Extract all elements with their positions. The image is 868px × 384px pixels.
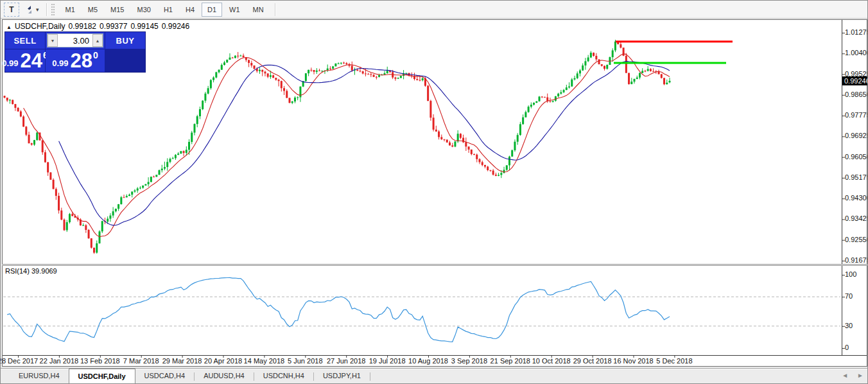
- text-tool-icon: T: [9, 5, 13, 14]
- timeframe-button-d1[interactable]: D1: [202, 3, 222, 17]
- collapse-panel-icon[interactable]: ▲: [6, 24, 12, 30]
- rsi-name: RSI(14): [5, 267, 30, 275]
- arrows-tool-icon: [25, 5, 34, 14]
- chart-title: ▲USDCHF,Daily0.991820.993770.991450.9924…: [6, 22, 189, 31]
- ohlc-open: 0.99182: [69, 22, 96, 31]
- timeframe-button-mn[interactable]: MN: [247, 3, 270, 17]
- toolbar-separator: [275, 3, 275, 16]
- timeframe-button-m5[interactable]: M5: [82, 3, 103, 17]
- chart-tab-audusd[interactable]: AUDUSD,H4: [195, 369, 254, 384]
- one-click-trading-panel: SELL ▼ 3.00 ▲ BUY 0.99 24 6 0.99 28 0: [4, 31, 146, 73]
- sell-price-prefix: 0.99: [2, 58, 18, 68]
- timeframe-button-m1[interactable]: M1: [60, 3, 81, 17]
- volume-input[interactable]: 3.00: [58, 36, 92, 46]
- volume-box: ▼ 3.00 ▲: [47, 33, 103, 48]
- timeframe-button-group: M1M5M15M30H1H4D1W1MN: [60, 3, 270, 17]
- timeframe-button-h1[interactable]: H1: [158, 3, 178, 17]
- tab-scroll-left-icon[interactable]: ◄: [842, 372, 848, 379]
- buy-price-prefix: 0.99: [52, 58, 68, 68]
- sell-price-big-digits: 24: [21, 51, 42, 71]
- arrow-objects-button[interactable]: ▾: [23, 3, 41, 17]
- chart-tab-usdcnh[interactable]: USDCNH,H4: [254, 369, 313, 384]
- text-label-tool-button[interactable]: T: [4, 3, 19, 17]
- volume-control: ▼ 3.00 ▲: [46, 32, 105, 49]
- toolbar-grip[interactable]: [51, 4, 55, 15]
- rsi-indicator-label: RSI(14) 39.9069: [5, 267, 57, 275]
- tab-scroll-controls: ◄ ►: [842, 372, 864, 379]
- sell-button[interactable]: SELL: [5, 32, 45, 49]
- mt4-application-window: T ▾ M1M5M15M30H1H4D1W1MN 1.012751.004000…: [0, 0, 868, 384]
- symbol-period-label: USDCHF,Daily: [15, 22, 65, 31]
- pane-divider[interactable]: [2, 264, 867, 266]
- ohlc-close: 0.99246: [162, 22, 189, 31]
- timeframe-button-h4[interactable]: H4: [180, 3, 200, 17]
- rsi-value: 39.9069: [31, 267, 57, 275]
- buy-button[interactable]: BUY: [105, 32, 145, 49]
- chart-tab-usdchf[interactable]: USDCHF,Daily: [69, 369, 135, 384]
- buy-price-pip-digit: 0: [93, 50, 98, 60]
- tab-separator: [370, 372, 370, 381]
- buy-price-big-digits: 28: [71, 51, 92, 71]
- tab-scroll-right-icon[interactable]: ►: [857, 372, 864, 379]
- timeframe-button-m15[interactable]: M15: [105, 3, 130, 17]
- chart-tabs-bar: EURUSD,H4USDCHF,DailyUSDCAD,H4AUDUSD,H4U…: [1, 368, 868, 384]
- ohlc-low: 0.99145: [130, 22, 158, 31]
- toolbar-separator: [46, 3, 47, 16]
- chart-tab-eurusd[interactable]: EURUSD,H4: [10, 369, 69, 384]
- timeframe-button-m30[interactable]: M30: [132, 3, 157, 17]
- sell-price-quote[interactable]: 0.99 24 6: [5, 49, 45, 72]
- volume-decrease-button[interactable]: ▼: [48, 34, 58, 47]
- toolbar: T ▾ M1M5M15M30H1H4D1W1MN: [1, 1, 867, 19]
- chevron-down-icon: ▾: [36, 6, 39, 13]
- chart-tab-usdjpy[interactable]: USDJPY,H1: [314, 369, 370, 384]
- current-price-tag: 0.99246: [842, 76, 868, 85]
- volume-increase-button[interactable]: ▲: [92, 34, 103, 47]
- ohlc-high: 0.99377: [100, 22, 127, 31]
- timeframe-button-w1[interactable]: W1: [223, 3, 246, 17]
- chart-tab-usdcad[interactable]: USDCAD,H4: [135, 369, 195, 384]
- chart-tabs: EURUSD,H4USDCHF,DailyUSDCAD,H4AUDUSD,H4U…: [10, 369, 370, 384]
- buy-price-quote[interactable]: 0.99 28 0: [46, 49, 105, 72]
